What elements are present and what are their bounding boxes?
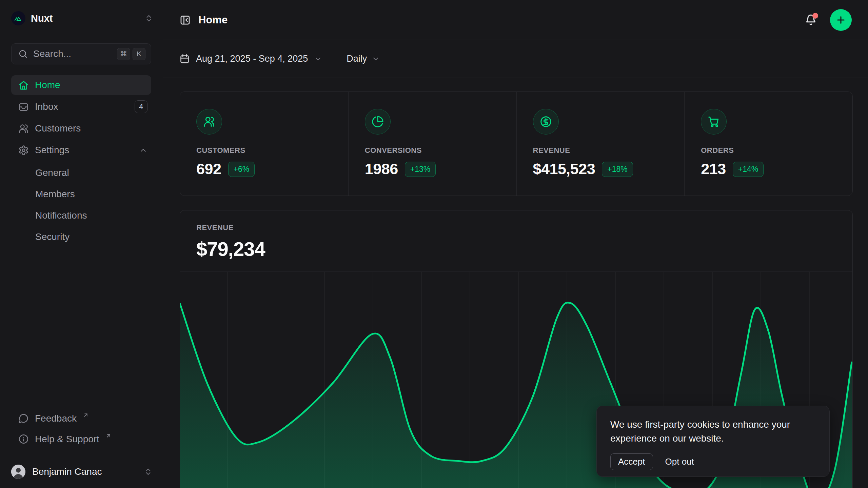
granularity-select[interactable]: Daily — [347, 54, 380, 64]
sidebar-item-security[interactable]: Security — [35, 226, 151, 247]
search-placeholder: Search... — [33, 48, 112, 59]
add-button[interactable] — [830, 9, 852, 31]
sidebar-spacer — [0, 247, 163, 408]
sidebar-item-inbox[interactable]: Inbox 4 — [11, 97, 151, 117]
search-icon — [18, 49, 28, 59]
revenue-chart-header: REVENUE $79,234 — [180, 210, 852, 260]
feedback-link[interactable]: Feedback — [11, 408, 151, 429]
notification-dot — [812, 13, 818, 19]
stat-revenue[interactable]: REVENUE $415,523 +18% — [516, 92, 685, 196]
page-title: Home — [198, 14, 228, 26]
sidebar-item-label: Home — [35, 80, 147, 90]
nuxt-logo-icon — [11, 11, 25, 25]
sidebar-item-label: Inbox — [35, 101, 129, 112]
opt-out-button[interactable]: Opt out — [665, 456, 694, 467]
revenue-chart-label: REVENUE — [196, 223, 836, 232]
gear-icon — [18, 145, 29, 156]
avatar — [11, 465, 25, 479]
stat-delta-badge: +18% — [602, 162, 633, 177]
settings-submenu: General Members Notifications Security — [25, 162, 151, 247]
accept-button[interactable]: Accept — [610, 453, 653, 470]
users-icon — [18, 123, 29, 134]
app-window: Nuxt Search... ⌘ K Home — [0, 0, 868, 488]
date-range-picker[interactable]: Aug 21, 2025 - Sep 4, 2025 — [179, 54, 322, 64]
sidebar-collapse-icon[interactable] — [179, 14, 191, 26]
stat-label: ORDERS — [701, 146, 852, 155]
sidebar-footer-links: Feedback Help & Support — [11, 408, 151, 449]
sidebar-item-general[interactable]: General — [35, 162, 151, 183]
top-header: Home — [163, 0, 868, 40]
message-bubble-icon — [18, 413, 29, 424]
stat-delta-badge: +14% — [733, 162, 764, 177]
shopping-cart-icon — [701, 109, 727, 135]
pie-chart-icon — [365, 109, 391, 135]
circle-dollar-icon — [533, 109, 559, 135]
cookie-actions: Accept Opt out — [610, 453, 816, 470]
sidebar-nav: Home Inbox 4 Customers Settings — [11, 75, 151, 247]
stat-conversions[interactable]: CONVERSIONS 1986 +13% — [348, 92, 516, 196]
sidebar-item-notifications[interactable]: Notifications — [35, 205, 151, 226]
users-icon — [196, 109, 222, 135]
home-icon — [18, 80, 29, 90]
chevron-up-icon — [139, 146, 147, 155]
revenue-chart-value: $79,234 — [196, 238, 836, 260]
cookie-message: We use first-party cookies to enhance yo… — [610, 418, 816, 445]
date-range-value: Aug 21, 2025 - Sep 4, 2025 — [196, 54, 308, 64]
user-menu[interactable]: Benjamin Canac — [0, 455, 163, 488]
calendar-icon — [179, 54, 190, 64]
search-kbd-hints: ⌘ K — [117, 48, 145, 60]
info-circle-icon — [18, 434, 29, 444]
stat-value: 213 — [701, 160, 726, 178]
sidebar-item-settings[interactable]: Settings — [11, 140, 151, 160]
help-support-link[interactable]: Help & Support — [11, 429, 151, 449]
arrow-up-right-icon — [83, 412, 89, 418]
kbd-k: K — [133, 48, 145, 60]
sidebar-item-home[interactable]: Home — [11, 75, 151, 95]
filters-toolbar: Aug 21, 2025 - Sep 4, 2025 Daily — [163, 40, 868, 78]
stat-delta-badge: +13% — [405, 162, 436, 177]
help-support-label: Help & Support — [35, 434, 99, 445]
arrow-up-right-icon — [105, 433, 112, 439]
plus-icon — [835, 15, 846, 25]
stat-label: CUSTOMERS — [196, 146, 348, 155]
feedback-label: Feedback — [35, 413, 77, 424]
inbox-count-badge: 4 — [135, 100, 147, 113]
sidebar-item-label: Settings — [35, 145, 133, 156]
user-name: Benjamin Canac — [32, 466, 144, 477]
sidebar-item-customers[interactable]: Customers — [11, 119, 151, 138]
sidebar-item-label: Customers — [35, 123, 147, 134]
chevrons-up-down-icon — [144, 14, 153, 23]
stats-card: CUSTOMERS 692 +6% CONVERSIONS 1986 +13% — [180, 92, 853, 196]
notifications-bell-icon[interactable] — [805, 14, 817, 26]
kbd-cmd: ⌘ — [117, 48, 130, 60]
sidebar-item-members[interactable]: Members — [35, 183, 151, 205]
team-name: Nuxt — [31, 13, 139, 24]
stat-customers[interactable]: CUSTOMERS 692 +6% — [180, 92, 348, 196]
cookie-consent-toast: We use first-party cookies to enhance yo… — [596, 406, 830, 477]
stat-value: $415,523 — [533, 160, 595, 178]
stat-label: REVENUE — [533, 146, 685, 155]
stat-value: 692 — [196, 160, 221, 178]
chevron-down-icon — [314, 55, 322, 63]
stat-label: CONVERSIONS — [365, 146, 516, 155]
stat-delta-badge: +6% — [228, 162, 255, 177]
inbox-icon — [18, 102, 29, 112]
stat-orders[interactable]: ORDERS 213 +14% — [684, 92, 852, 196]
search-input[interactable]: Search... ⌘ K — [11, 43, 151, 64]
team-switcher[interactable]: Nuxt — [11, 7, 153, 29]
granularity-value: Daily — [347, 54, 367, 64]
sidebar: Nuxt Search... ⌘ K Home — [0, 0, 163, 488]
chevron-down-icon — [372, 55, 380, 63]
chevrons-up-down-icon — [144, 467, 153, 476]
stat-value: 1986 — [365, 160, 398, 178]
